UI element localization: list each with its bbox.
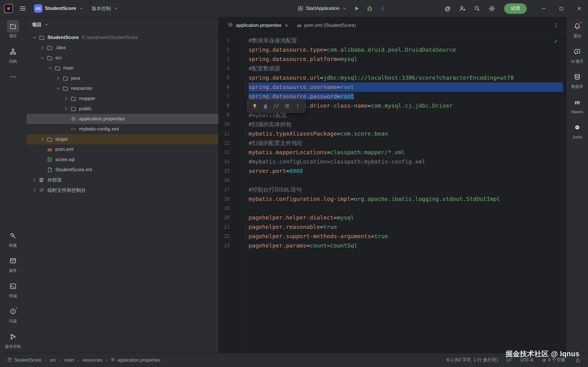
breadcrumb-application.properties[interactable]: application.properties [111, 357, 160, 363]
tool-button-problems[interactable]: 问题 [7, 305, 19, 324]
editor[interactable]: 1#数据库连接池配置2spring.datasource.type=com.al… [219, 34, 566, 353]
chevron-right-icon[interactable] [55, 76, 62, 81]
code-line-2[interactable]: 2spring.datasource.type=com.alibaba.drui… [219, 45, 566, 55]
code-line-6[interactable]: 6spring.datasource.username=root [219, 82, 566, 92]
code-line-12[interactable]: 12#扫描的配置文件地址 [219, 138, 566, 148]
tree-item-mybatis-config.xml[interactable]: mybatis-config.xml [26, 124, 218, 134]
debug-button[interactable] [363, 2, 376, 15]
token-key: pagehelper.support-methods-arguments [249, 233, 371, 240]
vcs-widget[interactable]: 版本控制 [89, 3, 121, 14]
tree-item-main[interactable]: main [26, 63, 218, 73]
tree-item-.idea[interactable]: .idea [26, 43, 218, 53]
invite-user-button[interactable] [456, 2, 469, 15]
adjust-indent-button[interactable] [282, 101, 292, 111]
token-value: count=countSql [310, 242, 358, 249]
chevron-right-icon[interactable] [39, 137, 46, 142]
tool-button-version-control[interactable]: 版本控制 [5, 331, 21, 349]
main-menu-button[interactable] [16, 2, 29, 15]
code-line-14[interactable]: 14#mybatis.configLocation=classpath:myba… [219, 157, 566, 166]
tree-item-StudentScore.iml[interactable]: StudentScore.iml [26, 165, 218, 175]
editor-tab-0[interactable]: application.properties× [223, 17, 293, 33]
editor-tab-1[interactable]: mpom.xml (StudentScore) [293, 17, 360, 33]
tree-item-target[interactable]: target [26, 134, 218, 144]
notification-badge-dot [15, 307, 18, 309]
code-line-10[interactable]: 10#扫描的实体的包 [219, 120, 566, 129]
chevron-down-icon [342, 6, 347, 11]
code-line-23[interactable]: 23pagehelper.params=count=countSql [219, 241, 566, 250]
tool-button-services[interactable]: 服务 [7, 255, 19, 273]
code-line-22[interactable]: 22pagehelper.support-methods-arguments=t… [219, 232, 566, 241]
tool-button-structure[interactable]: 结构 [7, 45, 19, 64]
breadcrumb-resources[interactable]: resources [82, 358, 102, 363]
chevron-right-icon[interactable] [62, 96, 70, 101]
chevron-right-icon[interactable] [62, 106, 70, 111]
tree-item-resources[interactable]: resources [26, 83, 218, 94]
breadcrumb-src[interactable]: src [50, 358, 56, 363]
token-key: mybatis.configuration.log-impl [249, 196, 350, 202]
chevron-down-icon[interactable] [55, 86, 62, 91]
chevron-right-icon[interactable] [39, 45, 46, 50]
code-line-11[interactable]: 11mybatis.typeAliasesPackage=com.score.b… [219, 129, 566, 138]
code-line-19[interactable]: 19 [219, 204, 566, 213]
code-with-me-button[interactable]: @ [441, 2, 454, 15]
chevron-down-icon[interactable] [39, 55, 46, 60]
tree-item-pom.xml[interactable]: mpom.xml [26, 144, 218, 155]
close-tab-icon[interactable]: × [285, 23, 288, 28]
breadcrumb-StudentScore[interactable]: StudentScore [7, 357, 42, 363]
tree-item-application.properties[interactable]: application.properties [26, 114, 218, 124]
tool-button-project[interactable]: 项目 [7, 20, 19, 39]
tool-button-build[interactable]: 构建 [7, 229, 19, 248]
code-line-3[interactable]: 3spring.datasource.platform=mysql [219, 55, 566, 64]
tree-item-public[interactable]: public [26, 104, 218, 114]
run-button[interactable] [350, 2, 363, 15]
more-run-options-button[interactable] [376, 2, 389, 15]
editor-options-icon[interactable] [553, 23, 559, 28]
intention-bulb-button[interactable] [250, 101, 260, 111]
code-line-20[interactable]: 20pagehelper.helper-dialect=mysql [219, 213, 566, 222]
settings-button[interactable] [485, 2, 498, 15]
trial-button[interactable]: 试用 [504, 3, 527, 14]
tree-item-java[interactable]: java [26, 73, 218, 83]
project-widget[interactable]: SS StudentScore [31, 2, 87, 15]
chevron-down-icon[interactable] [47, 66, 54, 71]
tool-button-database[interactable]: 数据库 [571, 71, 583, 89]
code-line-16[interactable]: 16 [219, 176, 566, 185]
tool-button-notifications[interactable]: 通知 [571, 20, 583, 39]
tool-button-maven[interactable]: mMaven [571, 96, 583, 115]
caret-position-widget[interactable]: 6:1 (63 字符, 1 行 换行符) [447, 357, 498, 363]
tree-item--[interactable]: 临时文件和控制台 [26, 185, 218, 195]
tree-item-score.sql[interactable]: score.sql [26, 155, 218, 165]
search-everywhere-button[interactable] [471, 2, 483, 15]
code-line-21[interactable]: 21pagehelper.reasonable=true [219, 222, 566, 232]
code-line-4[interactable]: 4#配置数据源 [219, 64, 566, 73]
tree-item-src[interactable]: src [26, 53, 218, 63]
tool-button-terminal[interactable]: 终端 [7, 280, 19, 299]
token-eq: = [334, 214, 337, 221]
close-button[interactable] [570, 0, 588, 17]
tool-button-junie[interactable]: Junie [571, 121, 583, 140]
maximize-button[interactable] [552, 0, 570, 17]
code-line-15[interactable]: 15server.port=8088 [219, 166, 566, 176]
code-line-17[interactable]: 17#控制台打印SQL语句 [219, 185, 566, 194]
comment-line-button[interactable]: // [271, 101, 281, 111]
breadcrumb-main[interactable]: main [64, 358, 74, 363]
inject-language-button[interactable]: @ [261, 101, 270, 111]
breadcrumb-separator: › [106, 357, 107, 363]
tool-button-more-tools[interactable] [7, 71, 19, 83]
code-line-13[interactable]: 13mybatis.mapperLocations=classpath:mapp… [219, 148, 566, 157]
project-panel-header[interactable]: 项目 [26, 17, 218, 32]
inspection-status-icon[interactable]: ✓ [554, 38, 558, 45]
minimize-button[interactable] [535, 0, 552, 17]
tree-item-mapper[interactable]: mapper [26, 94, 218, 104]
chevron-down-icon[interactable] [31, 35, 38, 40]
chevron-right-icon[interactable] [31, 188, 38, 193]
code-line-1[interactable]: 1#数据库连接池配置 [219, 36, 566, 45]
tree-item--[interactable]: 外部库 [26, 175, 218, 185]
run-config-selector[interactable]: StartApplication [295, 4, 350, 13]
more-actions-button[interactable] [293, 101, 302, 111]
tree-item-StudentScore[interactable]: StudentScoreE:\sunqi\work\StudentScore [26, 32, 218, 43]
tool-button-ai-chat[interactable]: AI 聊天 [571, 45, 583, 64]
code-line-18[interactable]: 18mybatis.configuration.log-impl=org.apa… [219, 194, 566, 204]
chevron-right-icon[interactable] [31, 177, 38, 183]
code-line-5[interactable]: 5spring.datasource.url=jdbc:mysql://loca… [219, 73, 566, 82]
